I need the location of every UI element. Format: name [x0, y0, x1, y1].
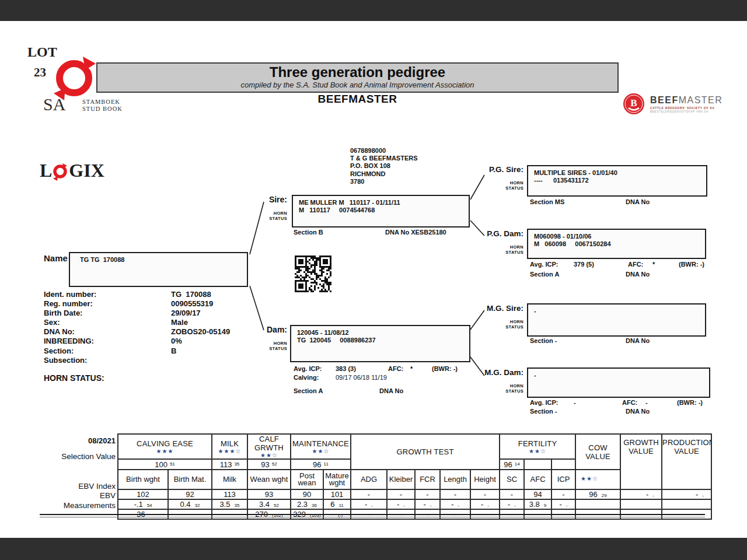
- title-box: Three generation pedigree compiled by th…: [96, 62, 619, 93]
- sel-maintenance: 9611: [291, 459, 351, 470]
- lot-number: 23: [34, 65, 46, 80]
- mg-dam-box: -: [527, 368, 710, 398]
- col-header: FCR: [415, 470, 440, 489]
- pg-dam-label: P.G. Dam: HORNSTATUS: [461, 229, 523, 255]
- sire-box: ME MULLER M 110117 - 01/11/11 M 110117 0…: [292, 195, 470, 228]
- group-maintenance: MAINTENANCE★★☆: [291, 434, 351, 459]
- animal-fields: Ident. number:TG 170088 Reg. number:0090…: [44, 290, 230, 365]
- svg-text:B: B: [630, 97, 637, 108]
- pg-dam-box: M060098 - 01/10/06 M 060098 0067150284: [527, 229, 706, 259]
- col-header: Height: [470, 470, 500, 489]
- dam-label: Dam: HORNSTATUS: [232, 325, 287, 351]
- ebv-index-row: 102 92 113 93 90 101 - - - - - - 94 - 96…: [118, 489, 711, 499]
- col-header: ICP: [551, 470, 575, 489]
- group-calving-ease: CALVING EASE★★★: [118, 434, 212, 459]
- logix-gix: GIX: [69, 160, 104, 181]
- sire-label: Sire: HORNSTATUS: [232, 195, 287, 221]
- group-fertility: FERTILITY★★☆: [500, 434, 575, 459]
- dam-section-row: Section A DNA No: [294, 387, 470, 396]
- sa-logo-line2: STUD BOOK: [82, 106, 123, 113]
- mg-dam-avg-row: Avg. ICP: - AFC: - (BWR: -): [530, 399, 711, 407]
- star-rating: ★★☆: [581, 475, 598, 482]
- group-cow-value: COW VALUE: [575, 434, 620, 470]
- group-growth-value: GROWTH VALUE: [620, 434, 662, 489]
- field-row: INBREEDING:0%: [44, 337, 230, 346]
- breed-name: BEEFMASTER: [96, 93, 619, 106]
- animal-name: TG TG 170088: [80, 256, 247, 264]
- group-growth-test: GROWTH TEST: [351, 434, 500, 470]
- col-header: ADG: [351, 470, 387, 489]
- group-production-value: PRODUCTION VALUE: [662, 434, 711, 489]
- pg-sire-section-row: Section MS DNA No: [530, 198, 707, 206]
- star-rating: ★★★: [118, 448, 211, 454]
- col-header: Mature wght: [323, 470, 351, 489]
- bottom-bar: [0, 538, 747, 560]
- ebv-date: 08/2021: [23, 436, 116, 445]
- beefmaster-logo: B BEEFMASTER CATTLE BREEDERS' SOCIETY OF…: [622, 92, 722, 116]
- ebv-row: -.154 0.432 3.535 3.452 2.336 611 -- -- …: [118, 499, 711, 509]
- breeder-postcode: 3780: [350, 178, 418, 186]
- beefmaster-name-bold: BEEF: [650, 95, 679, 105]
- logix-logo: L GIX: [40, 160, 104, 181]
- field-row: Section:B: [44, 346, 230, 356]
- pg-dam-section-row: Section A DNA No: [530, 271, 707, 279]
- beefmaster-tagline2: BEESTELERSGENOOTSKAP VAN SA: [650, 110, 722, 113]
- empty-cell: [551, 459, 575, 470]
- field-row: Subsection:: [44, 356, 230, 365]
- row-label-measurements: Measurements: [23, 501, 116, 510]
- field-row: DNA No:ZOBOS20-05149: [44, 327, 230, 337]
- col-header: Post wean: [291, 470, 323, 489]
- col-header: Kleiber: [387, 470, 415, 489]
- dam-box: 120045 - 11/08/12 TG 120045 0088986237: [290, 325, 470, 362]
- col-header: Birth wght: [118, 470, 168, 489]
- row-label-selection-value: Selection Value: [23, 452, 116, 461]
- breeder-name: T & G BEEFMASTERS: [350, 155, 418, 162]
- breeder-address1: P.O. BOX 108: [350, 162, 418, 170]
- star-rating: ★★★☆: [212, 448, 247, 454]
- star-rating: ★★☆: [248, 452, 290, 459]
- beefmaster-name-light: MASTER: [679, 95, 723, 105]
- field-row: Reg. number:0090555319: [44, 299, 230, 309]
- top-bar: [0, 0, 747, 21]
- col-header: SC: [500, 470, 524, 489]
- horn-status-label: HORN STATUS:: [44, 373, 104, 383]
- col-header: AFC: [524, 470, 551, 489]
- sire-section-row: Section B DNA No XESB25180: [294, 229, 470, 237]
- breeder-number: 0678898000: [350, 147, 418, 155]
- group-milk: MILK★★★☆: [212, 434, 247, 459]
- pg-sire-box: MULTIPLE SIRES - 01/01/40 ---- 013543117…: [527, 165, 707, 197]
- name-label: Name: [44, 253, 68, 263]
- star-rating: ★★☆: [500, 448, 575, 454]
- ebv-table: CALVING EASE★★★ MILK★★★☆ CALF GRWTH★★☆ M…: [117, 433, 712, 520]
- col-header: Wean wght: [247, 470, 291, 489]
- bottom-rule-thin: [40, 517, 705, 517]
- field-row: Sex:Male: [44, 318, 230, 327]
- mg-sire-label: M.G. Sire: HORNSTATUS: [461, 304, 523, 330]
- page-subtitle: compiled by the S.A. Stud Book and Anima…: [97, 80, 617, 89]
- mg-sire-section-row: Section - DNA No: [530, 337, 707, 345]
- sel-fertility: 9614: [500, 459, 524, 470]
- logix-o-icon: [53, 163, 68, 181]
- beefmaster-tagline1: CATTLE BREEDERS' SOCIETY OF SA: [650, 106, 722, 110]
- row-label-ebv: EBV: [23, 491, 116, 500]
- bottom-rule-thick: [40, 514, 705, 515]
- group-calf-grwth: CALF GRWTH★★☆: [247, 434, 291, 459]
- field-row: Ident. number:TG 170088: [44, 290, 230, 299]
- sel-calf-grwth: 9352: [247, 459, 291, 470]
- mg-dam-label: M.G. Dam: HORNSTATUS: [461, 368, 523, 394]
- dam-calving-row: Calving: 09/17 06/18 11/19: [294, 374, 470, 382]
- page-title: Three generation pedigree: [97, 64, 617, 80]
- pg-dam-avg-row: Avg. ICP: 379 (5) AFC: * (BWR: -): [530, 261, 707, 269]
- beefmaster-b-icon: B: [622, 92, 645, 116]
- col-header: Birth Mat.: [168, 470, 212, 489]
- mg-dam-section-row: Section - DNA No: [530, 408, 707, 416]
- star-rating: ★★☆: [291, 448, 350, 454]
- pg-sire-label: P.G. Sire: HORNSTATUS: [461, 165, 523, 191]
- cow-value-stars: ★★☆: [575, 470, 620, 489]
- sel-milk: 11335: [212, 459, 247, 470]
- breeder-address2: RICHMOND: [350, 170, 418, 178]
- sa-logo-text: SA: [43, 94, 65, 114]
- col-header: Length: [440, 470, 470, 489]
- breeder-block: 0678898000 T & G BEEFMASTERS P.O. BOX 10…: [350, 147, 418, 186]
- name-box: TG TG 170088: [69, 252, 248, 287]
